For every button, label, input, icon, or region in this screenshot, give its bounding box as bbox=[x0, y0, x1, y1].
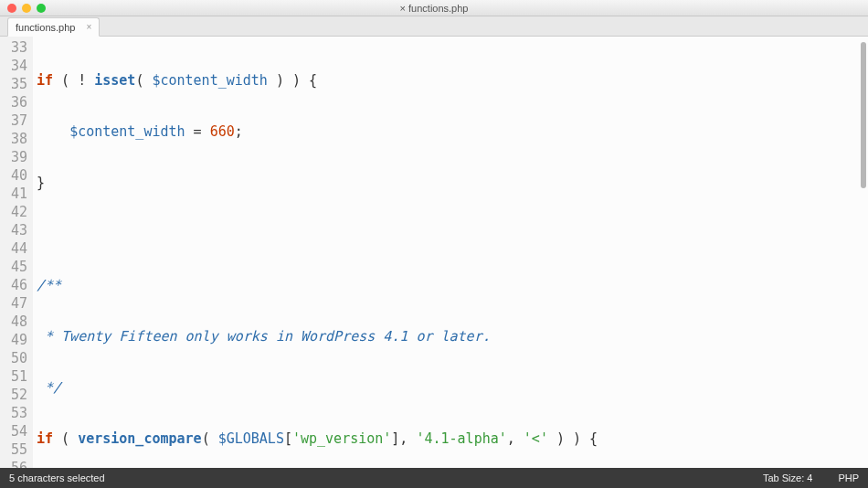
status-selection: 5 characters selected bbox=[9, 472, 105, 483]
tab-label: functions.php bbox=[16, 22, 75, 33]
tab-bar: functions.php × bbox=[0, 16, 868, 37]
status-bar: 5 characters selected Tab Size: 4 PHP bbox=[0, 468, 868, 488]
code-content[interactable]: if ( ! isset( $content_width ) ) { $cont… bbox=[33, 37, 868, 468]
code-editor[interactable]: 333435 363738 394041 424344 454647 48495… bbox=[0, 37, 868, 468]
line-number-gutter: 333435 363738 394041 424344 454647 48495… bbox=[0, 37, 33, 468]
window-titlebar: × functions.php bbox=[0, 0, 868, 16]
status-language[interactable]: PHP bbox=[838, 472, 859, 483]
status-tab-size[interactable]: Tab Size: 4 bbox=[763, 472, 812, 483]
document-icon: × bbox=[400, 3, 406, 14]
tab-functions-php[interactable]: functions.php × bbox=[7, 17, 100, 37]
close-tab-icon[interactable]: × bbox=[86, 22, 91, 32]
vertical-scrollbar[interactable] bbox=[859, 37, 868, 468]
scroll-thumb[interactable] bbox=[861, 42, 866, 188]
window-title: × functions.php bbox=[0, 3, 868, 14]
